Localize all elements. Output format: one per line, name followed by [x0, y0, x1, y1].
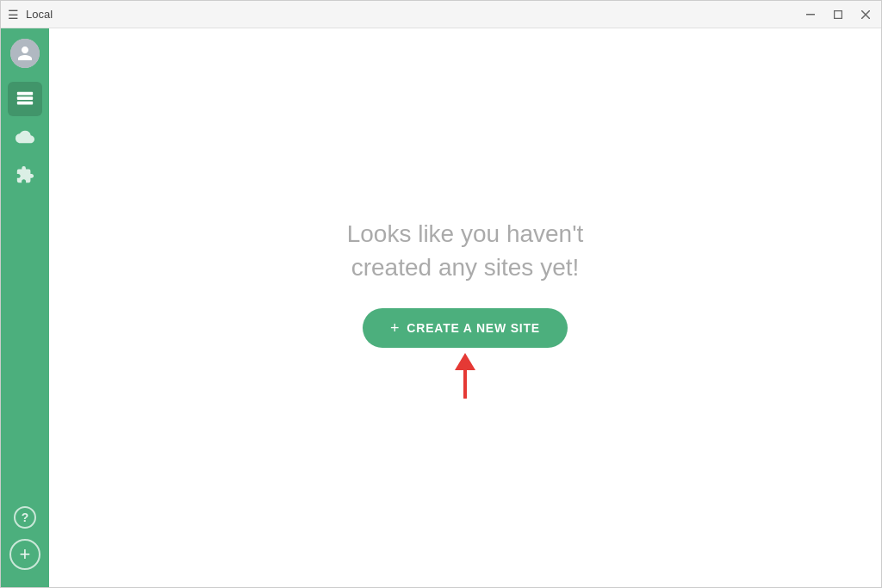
content-area: Looks like you haven't created any sites… — [49, 28, 881, 587]
help-button[interactable]: ? — [14, 506, 36, 529]
sidebar-item-addons[interactable] — [8, 158, 42, 192]
app-title: Local — [26, 8, 53, 21]
add-site-button[interactable]: + — [9, 539, 40, 570]
main-content: ? + Looks like you haven't created any s… — [1, 28, 881, 587]
svg-rect-1 — [835, 10, 842, 18]
arrow-annotation — [448, 351, 482, 399]
svg-marker-8 — [455, 353, 475, 370]
svg-rect-4 — [17, 92, 33, 96]
create-site-label: CREATE A NEW SITE — [407, 321, 540, 335]
maximize-button[interactable] — [829, 6, 847, 23]
sidebar-nav — [8, 82, 42, 506]
create-site-button[interactable]: + CREATE A NEW SITE — [363, 308, 568, 348]
svg-rect-5 — [17, 96, 33, 100]
minimize-button[interactable] — [802, 6, 819, 23]
title-bar: ☰ Local — [1, 1, 881, 28]
svg-rect-0 — [806, 14, 815, 15]
menu-icon[interactable]: ☰ — [8, 9, 19, 21]
close-button[interactable] — [857, 6, 874, 23]
sidebar-bottom: ? + — [9, 506, 40, 577]
sidebar-item-sites[interactable] — [8, 82, 42, 116]
svg-rect-6 — [17, 102, 33, 105]
sidebar-item-cloud[interactable] — [8, 120, 42, 154]
title-bar-left: ☰ Local — [8, 8, 53, 21]
empty-state: Looks like you haven't created any sites… — [347, 217, 584, 399]
empty-message: Looks like you haven't created any sites… — [347, 217, 584, 284]
plus-icon: + — [390, 320, 400, 336]
sidebar: ? + — [1, 28, 49, 587]
window-controls — [802, 6, 874, 23]
app-window: ☰ Local — [0, 0, 882, 588]
arrow-container: + CREATE A NEW SITE — [363, 308, 568, 399]
user-avatar[interactable] — [10, 39, 40, 68]
